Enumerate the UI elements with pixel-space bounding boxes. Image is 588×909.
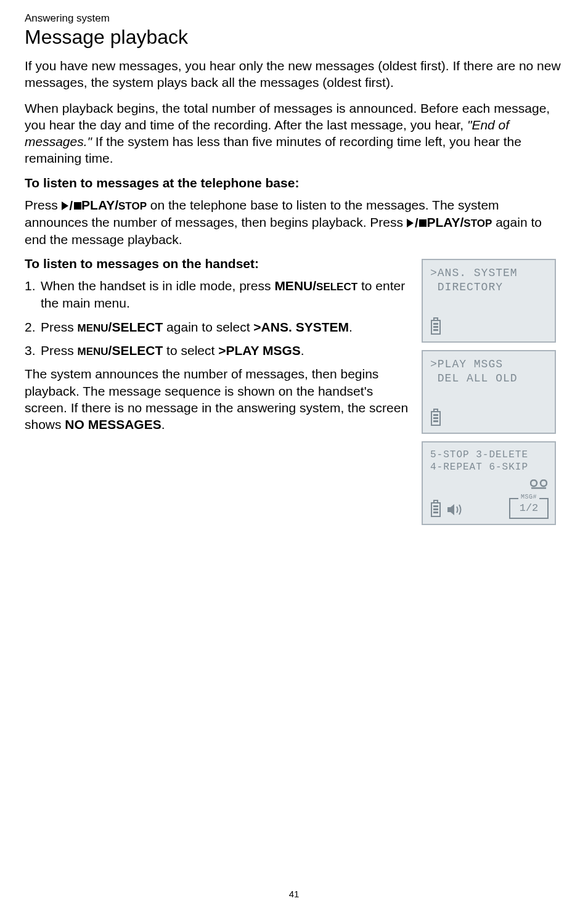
text-fragment: When the handset is in idle mode, press — [41, 279, 274, 293]
key-label: NO MESSAGES — [65, 417, 161, 431]
text-fragment: . — [301, 343, 304, 357]
svg-rect-7 — [433, 414, 438, 416]
key-label-small: MENU — [78, 346, 108, 357]
section-heading-handset: To listen to messages on the handset: — [25, 256, 409, 271]
text-fragment: Press — [41, 320, 78, 334]
handset-screen-1: >ANS. SYSTEM DIRECTORY — [422, 259, 556, 343]
svg-rect-9 — [433, 420, 438, 422]
step-text: Press MENU/SELECT to select >PLAY MSGS. — [41, 342, 409, 359]
list-item: 3. Press MENU/SELECT to select >PLAY MSG… — [25, 342, 409, 359]
step-text: When the handset is in idle mode, press … — [41, 277, 409, 312]
key-label-small: MENU — [78, 322, 108, 334]
msg-counter-box: MSG# 1/2 — [509, 498, 549, 519]
svg-rect-8 — [433, 417, 438, 419]
tape-icon — [530, 479, 547, 494]
svg-rect-3 — [433, 326, 438, 328]
key-label: /SELECT — [108, 343, 163, 357]
speaker-icon — [446, 503, 462, 516]
handset-screen-2: >PLAY MSGS DEL ALL OLD — [422, 350, 556, 434]
key-label: PLAY/ — [81, 198, 118, 212]
handset-screen-3: 5-STOP 3-DELETE 4-REPEAT 6-SKIP MSG# 1/2 — [422, 441, 556, 525]
screens-column: >ANS. SYSTEM DIRECTORY >PLAY MSGS DEL AL… — [422, 256, 563, 525]
page-number: 41 — [0, 889, 588, 899]
svg-rect-4 — [433, 329, 438, 331]
battery-icon — [429, 408, 443, 426]
battery-icon — [429, 317, 443, 335]
text-fragment: again to select — [163, 320, 253, 334]
breadcrumb: Answering system — [25, 12, 563, 25]
lcd-line: 5-STOP 3-DELETE — [430, 449, 549, 461]
lcd-line: 4-REPEAT 6-SKIP — [430, 461, 549, 473]
key-label: PLAY/ — [427, 215, 463, 229]
svg-rect-2 — [433, 323, 438, 325]
text-fragment: . — [349, 320, 353, 334]
list-item: 1. When the handset is in idle mode, pre… — [25, 277, 409, 312]
intro-para-2: When playback begins, the total number o… — [25, 100, 563, 167]
svg-point-10 — [531, 480, 537, 486]
section-heading-base: To listen to messages at the telephone b… — [25, 176, 563, 190]
battery-icon — [429, 499, 443, 518]
result-para: The system announces the number of messa… — [25, 365, 409, 433]
base-instructions: Press /PLAY/STOP on the telephone base t… — [25, 197, 563, 248]
key-label-small: STOP — [463, 218, 492, 229]
text-fragment: Press — [41, 343, 78, 357]
play-stop-icon: / — [62, 198, 82, 214]
key-label: /SELECT — [108, 320, 163, 334]
lcd-line: >PLAY MSGS — [430, 357, 549, 372]
msg-label: MSG# — [518, 494, 539, 502]
svg-rect-13 — [434, 500, 438, 503]
lcd-line: DEL ALL OLD — [430, 372, 549, 386]
svg-rect-1 — [434, 318, 438, 320]
intro-para-1: If you have new messages, you hear only … — [25, 57, 563, 91]
text-fragment: . — [161, 417, 165, 431]
svg-point-11 — [541, 480, 547, 486]
stop-square-icon — [419, 219, 427, 227]
svg-rect-16 — [433, 512, 438, 513]
play-triangle-icon — [62, 202, 68, 210]
slash: / — [70, 198, 73, 214]
page-title: Message playback — [25, 26, 563, 49]
key-label: >ANS. SYSTEM — [253, 320, 349, 334]
text-fragment: to select — [163, 343, 218, 357]
play-triangle-icon — [407, 219, 414, 227]
lcd-line: >ANS. SYSTEM — [430, 266, 549, 280]
svg-rect-15 — [433, 508, 438, 510]
text-fragment: Press — [25, 198, 62, 212]
text-fragment: If the system has less than five minutes… — [25, 134, 521, 165]
key-label: MENU/ — [274, 279, 316, 293]
list-item: 2. Press MENU/SELECT again to select >AN… — [25, 319, 409, 336]
step-text: Press MENU/SELECT again to select >ANS. … — [41, 319, 409, 336]
stop-square-icon — [74, 202, 81, 210]
step-number: 1. — [25, 277, 41, 312]
key-label-small: SELECT — [316, 281, 357, 293]
msg-value: 1/2 — [510, 499, 547, 518]
svg-rect-6 — [434, 409, 438, 412]
lcd-line: DIRECTORY — [430, 280, 549, 295]
play-stop-icon: / — [407, 215, 427, 231]
svg-rect-14 — [433, 505, 438, 507]
steps-list: 1. When the handset is in idle mode, pre… — [25, 277, 409, 359]
step-number: 2. — [25, 319, 41, 336]
key-label: >PLAY MSGS — [218, 343, 301, 357]
key-label-small: STOP — [118, 200, 147, 212]
slash: / — [415, 215, 419, 231]
step-number: 3. — [25, 342, 41, 359]
